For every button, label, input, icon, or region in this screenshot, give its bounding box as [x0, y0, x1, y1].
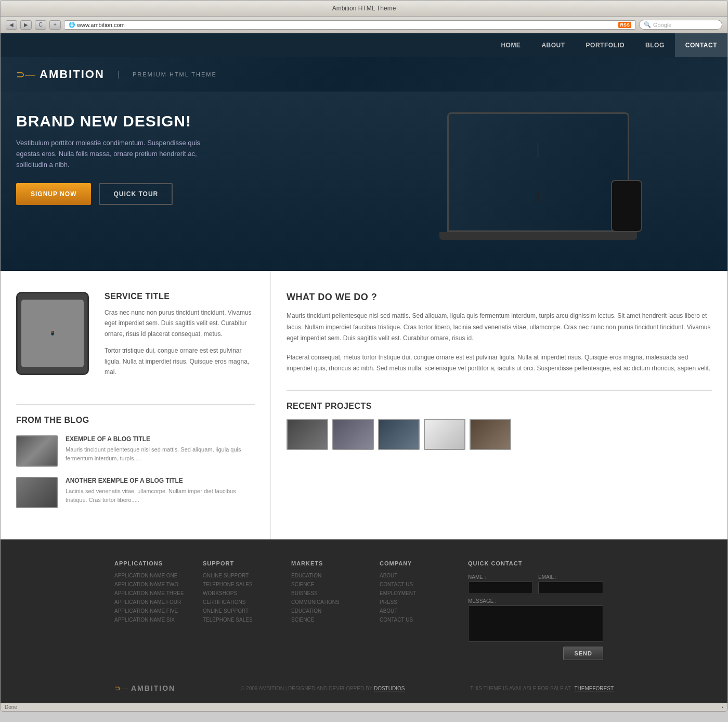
- rss-button[interactable]: RSS: [618, 22, 631, 28]
- service-title: SERVICE TITLE: [105, 292, 255, 301]
- recent-projects-title: RECENT PROJECTS: [287, 390, 712, 411]
- copyright-text: © 2009 AMBITION | DESIGNED AND DEVELOPPE…: [241, 686, 372, 691]
- project-thumb-inner-3: [379, 420, 419, 449]
- site-logo: ⊃— AMBITION: [16, 68, 105, 81]
- footer-link-sup-1[interactable]: ONLINE SUPPORT: [203, 573, 281, 578]
- service-text: SERVICE TITLE Cras nec nunc non purus ti…: [105, 292, 255, 383]
- nav-portfolio[interactable]: PORTFOLIO: [576, 33, 635, 57]
- name-input[interactable]: [468, 582, 533, 594]
- blog-thumb-inner-2: [17, 478, 57, 507]
- message-textarea[interactable]: [468, 605, 603, 642]
- footer-bottom: ⊃— AMBITION © 2009 AMBITION | DESIGNED A…: [114, 676, 614, 692]
- footer-link-mkt-5[interactable]: EDUCATION: [291, 608, 369, 614]
- two-col-layout: 📱 SERVICE TITLE Cras nec nunc non purus …: [1, 271, 727, 539]
- what-text-1: Mauris tincidunt pellentesque nisl sed m…: [287, 311, 712, 344]
- laptop-mockup: [447, 112, 629, 232]
- footer-link-co-3[interactable]: EMPLOYMENT: [380, 590, 458, 596]
- signup-button[interactable]: SIGNUP NOW: [16, 183, 91, 205]
- right-column: WHAT DO WE DO ? Mauris tincidunt pellent…: [271, 271, 727, 539]
- phone-mockup-service: 📱: [16, 292, 89, 375]
- footer-link-co-5[interactable]: ABOUT: [380, 608, 458, 614]
- footer-col-support: SUPPORT ONLINE SUPPORT TELEPHONE SALES W…: [203, 560, 291, 660]
- back-button[interactable]: ◀: [6, 20, 17, 30]
- footer-link-app-5[interactable]: APPLICATION NAME FIVE: [114, 608, 192, 614]
- what-text-2: Placerat consequat, metus tortor tristiq…: [287, 352, 712, 375]
- browser-toolbar: ◀ ▶ C + 🌐 www.ambition.com RSS 🔍 Google: [1, 17, 727, 33]
- footer-link-app-1[interactable]: APPLICATION NAME ONE: [114, 573, 192, 578]
- status-bar: Done ▪: [1, 703, 727, 711]
- project-thumb-2[interactable]: [332, 419, 374, 450]
- hero-image: [364, 112, 712, 240]
- footer-link-app-4[interactable]: APPLICATION NAME FOUR: [114, 599, 192, 605]
- service-text-2: Tortor tristique dui, congue ornare est …: [105, 345, 255, 377]
- project-thumb-3[interactable]: [378, 419, 420, 450]
- browser-title: Ambition HTML Theme: [332, 5, 396, 12]
- footer-link-mkt-6[interactable]: SCIENCE: [291, 617, 369, 623]
- logo-text: AMBITION: [40, 68, 105, 81]
- footer-link-sup-2[interactable]: TELEPHONE SALES: [203, 582, 281, 587]
- quick-tour-button[interactable]: QUICK TOUR: [99, 183, 173, 205]
- phone-mockup-hero: [611, 180, 642, 232]
- project-thumb-inner-2: [333, 420, 373, 449]
- project-thumb-4[interactable]: [424, 419, 465, 450]
- nav-blog[interactable]: BLOG: [635, 33, 675, 57]
- url-bar[interactable]: 🌐 www.ambition.com RSS: [64, 20, 636, 30]
- footer-link-app-3[interactable]: APPLICATION NAME THREE: [114, 590, 192, 596]
- hero-buttons: SIGNUP NOW QUICK TOUR: [16, 183, 364, 205]
- email-input[interactable]: [538, 582, 603, 594]
- hero-content: BRAND NEW DESIGN! Vestibulum porttitor m…: [16, 112, 364, 205]
- footer-link-mkt-1[interactable]: EDUCATION: [291, 573, 369, 578]
- footer-link-mkt-3[interactable]: BUISNESS: [291, 590, 369, 596]
- footer-col-title-company: COMPANY: [380, 560, 458, 566]
- footer-quick-contact: QUICK CONTACT NAME : EMAIL :: [468, 560, 614, 660]
- footer-copy: © 2009 AMBITION | DESIGNED AND DEVELOPPE…: [241, 686, 405, 691]
- footer-link-mkt-2[interactable]: SCIENCE: [291, 582, 369, 587]
- footer-link-sup-4[interactable]: CERTIFICATIONS: [203, 599, 281, 605]
- footer-link-co-2[interactable]: CONTACT US: [380, 582, 458, 587]
- blog-excerpt-1: Mauris tincidunt pellentesque nisl sed m…: [66, 445, 255, 462]
- footer-link-mkt-4[interactable]: COMMUNICATIONS: [291, 599, 369, 605]
- status-indicator: ▪: [721, 704, 723, 710]
- footer-link-sup-3[interactable]: WORKSHOPS: [203, 590, 281, 596]
- theme-text: THIS THEME IS AVAILABLE FOR SALE AT: [470, 686, 571, 691]
- footer-inner: APPLICATIONS APPLICATION NAME ONE APPLIC…: [114, 560, 614, 692]
- project-thumb-inner-4: [425, 420, 464, 449]
- nav-home[interactable]: HOME: [490, 33, 531, 57]
- project-thumb-5[interactable]: [470, 419, 511, 450]
- nav-inner: HOME ABOUT PORTFOLIO BLOG CONTACT: [490, 33, 727, 57]
- refresh-button[interactable]: C: [35, 20, 46, 30]
- what-title: WHAT DO WE DO ?: [287, 292, 712, 303]
- service-section: 📱 SERVICE TITLE Cras nec nunc non purus …: [16, 292, 255, 383]
- footer-link-co-1[interactable]: ABOUT: [380, 573, 458, 578]
- dev-link[interactable]: DOSTUDIOS: [374, 686, 405, 691]
- footer-col-company: COMPANY ABOUT CONTACT US EMPLOYMENT PRES…: [380, 560, 468, 660]
- browser-titlebar: Ambition HTML Theme: [1, 1, 727, 17]
- project-thumb-inner-1: [288, 420, 327, 449]
- site-header: HOME ABOUT PORTFOLIO BLOG CONTACT ⊃— AMB…: [1, 33, 727, 271]
- footer-link-sup-6[interactable]: TELEPHONE SALES: [203, 617, 281, 623]
- search-bar[interactable]: 🔍 Google: [639, 20, 722, 30]
- themeforest-link[interactable]: THEMEFOREST: [574, 686, 614, 691]
- blog-info-2: ANOTHER EXEMPLE OF A BLOG TITLE Lacinia …: [66, 477, 255, 508]
- status-text: Done: [5, 704, 17, 710]
- footer-link-sup-5[interactable]: ONLINE SUPPORT: [203, 608, 281, 614]
- mock-screen: [449, 114, 628, 230]
- search-placeholder: Google: [653, 22, 671, 28]
- project-thumb-1[interactable]: [287, 419, 328, 450]
- footer-col-title-markets: MARKETS: [291, 560, 369, 566]
- quick-contact-title: QUICK CONTACT: [468, 560, 603, 566]
- footer-link-co-6[interactable]: CONTACT US: [380, 617, 458, 623]
- nav-contact[interactable]: CONTACT: [675, 33, 727, 57]
- url-text: www.ambition.com: [77, 22, 125, 28]
- footer-link-app-6[interactable]: APPLICATION NAME SIX: [114, 617, 192, 623]
- footer-link-app-2[interactable]: APPLICATION NAME TWO: [114, 582, 192, 587]
- new-tab-button[interactable]: +: [49, 20, 61, 30]
- forward-button[interactable]: ▶: [20, 20, 32, 30]
- hero-title: BRAND NEW DESIGN!: [16, 112, 364, 130]
- blog-title-2[interactable]: ANOTHER EXEMPLE OF A BLOG TITLE: [66, 477, 255, 484]
- footer-link-co-4[interactable]: PRESS: [380, 599, 458, 605]
- blog-title-1[interactable]: EXEMPLE OF A BLOG TITLE: [66, 435, 255, 443]
- send-button[interactable]: SEND: [563, 647, 603, 660]
- footer-col-applications: APPLICATIONS APPLICATION NAME ONE APPLIC…: [114, 560, 203, 660]
- nav-about[interactable]: ABOUT: [531, 33, 575, 57]
